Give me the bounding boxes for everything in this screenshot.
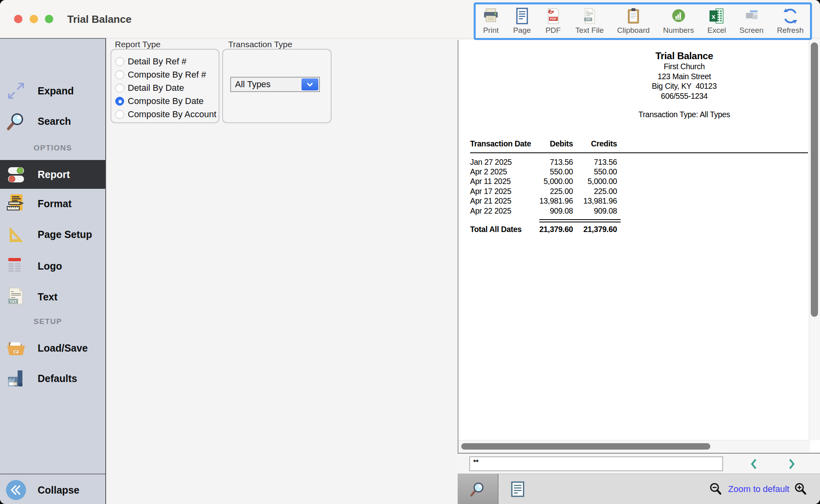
table-row: Apr 22 2025909.08909.08 [470,206,617,216]
vertical-scrollbar-thumb[interactable] [811,42,818,317]
vertical-scrollbar[interactable] [809,40,820,440]
chevron-left-icon [749,457,759,471]
radio-button[interactable] [115,84,124,92]
toolbar-button-screen[interactable]: Screen [740,7,764,35]
tab-search-view[interactable] [458,474,498,504]
svg-text:PDF: PDF [550,17,557,21]
cell-debits: 225.00 [528,187,573,196]
sidebar-item-label: Text [38,291,58,303]
printer-icon [482,7,500,25]
toolbar-button-label: Text File [575,26,604,35]
app-window: Trial Balance PrintPagePDFPDFTXTText Fil… [0,0,820,504]
toolbar-button-print[interactable]: Print [482,7,500,35]
radio-button[interactable] [115,110,124,119]
clipboard-icon [625,7,642,25]
table-row: Apr 2 2025550.00550.00 [470,167,617,176]
cell-date: Jan 27 2025 [470,158,528,167]
sidebar-section-options: OPTIONS [34,142,72,154]
toolbar-button-label: Refresh [777,26,804,35]
zoom-out-button[interactable] [706,474,726,504]
previous-match-button[interactable] [745,455,763,473]
table-header-rule [470,152,808,153]
next-match-button[interactable] [783,455,800,473]
cell-credits: 5,000.00 [573,177,617,186]
table-row: Apr 21 202513,981.9613,981.96 [470,196,617,206]
table-total-row: Total All Dates 21,379.60 21,379.60 [470,225,617,234]
toolbar-button-clipboard[interactable]: Clipboard [617,7,649,35]
export-toolbar: PrintPagePDFPDFTXTText FileClipboardNumb… [474,2,812,40]
cell-date: Apr 21 2025 [470,196,528,206]
horizontal-scrollbar-thumb[interactable] [461,443,710,450]
transaction-type-value: All Types [231,79,301,90]
report-phone: 606/555-1234 [563,91,806,101]
zoom-in-icon [793,480,808,498]
preview-tabbar: Zoom to default [458,474,820,504]
expand-icon [5,80,27,101]
sidebar-item-defaults[interactable]: Defaults [0,366,105,391]
toolbar-button-label: PDF [545,26,561,35]
find-bar [458,453,820,474]
chevron-down-icon [301,78,318,90]
sidebar-item-collapse[interactable]: Collapse [0,477,105,503]
sidebar-item-label: Format [38,198,72,210]
transaction-type-select[interactable]: All Types [230,77,320,92]
radio-button[interactable] [115,57,124,66]
cell-date: Apr 11 2025 [470,177,528,186]
cell-credits: 550.00 [573,167,617,176]
toolbar-button-numbers[interactable]: Numbers [663,7,694,35]
zoom-to-default-link[interactable]: Zoom to default [727,474,791,504]
toolbar-button-label: Print [483,26,498,35]
sidebar-item-format[interactable]: Format [0,191,105,216]
radio-button[interactable] [115,97,124,106]
tab-document-view[interactable] [498,474,537,504]
sidebar-item-expand[interactable]: Expand [0,78,105,104]
column-header: Credits [573,139,617,148]
report-preview: Trial Balance First Church 123 Main Stre… [458,40,820,453]
sidebar-section-setup: SETUP [34,316,62,328]
toolbar-button-label: Clipboard [617,26,649,35]
radio-option-composite-by-ref[interactable]: Composite By Ref # [115,68,206,81]
sidebar-item-page-setup[interactable]: Page Setup [0,222,105,247]
search-icon [5,111,27,132]
sidebar-item-label: Defaults [38,373,77,384]
sidebar-item-label: Page Setup [38,229,92,240]
close-button[interactable] [14,15,22,23]
toolbar-button-pdf[interactable]: PDFPDF [544,7,562,35]
toolbar-button-page[interactable]: Page [513,7,531,35]
numbers-icon [670,7,687,25]
collapse-chevrons-icon [5,480,27,500]
chevron-right-icon [786,457,797,471]
report-address: 123 Main Street [563,72,806,82]
toolbar-button-text-file[interactable]: TXTText File [575,7,604,35]
sidebar-item-logo[interactable]: Logo [0,253,105,279]
radio-button[interactable] [115,70,124,79]
page-icon [513,7,531,25]
radio-option-label: Composite By Date [128,96,204,106]
toolbar-button-refresh[interactable]: Refresh [777,7,804,35]
sidebar-item-load-save[interactable]: Load/Save [0,335,105,361]
total-credits: 21,379.60 [573,225,617,234]
window-title: Trial Balance [67,13,131,26]
total-debits: 21,379.60 [528,225,573,234]
radio-option-composite-by-date[interactable]: Composite By Date [115,94,204,108]
cell-debits: 5,000.00 [528,177,573,186]
find-input[interactable] [469,456,723,471]
sidebar-item-text[interactable]: TXTText [0,284,105,310]
sidebar-item-report[interactable]: Report [0,160,105,189]
cell-debits: 550.00 [528,167,573,176]
radio-option-detail-by-ref[interactable]: Detail By Ref # [115,55,187,68]
svg-text:TXT: TXT [10,300,17,304]
radio-option-label: Composite By Ref # [128,70,206,80]
zoom-in-button[interactable] [791,474,811,504]
minimize-button[interactable] [30,15,38,23]
radio-option-detail-by-date[interactable]: Detail By Date [115,81,184,94]
refresh-icon [782,7,799,25]
format-icon [5,193,27,214]
horizontal-scrollbar[interactable] [458,440,810,452]
toolbar-button-excel[interactable]: xExcel [707,7,726,35]
sidebar-item-label: Search [38,116,71,127]
defaults-icon [5,368,27,389]
sidebar-item-search[interactable]: Search [0,108,105,134]
radio-option-composite-by-account[interactable]: Composite By Account [115,108,216,121]
fullscreen-button[interactable] [45,15,53,23]
